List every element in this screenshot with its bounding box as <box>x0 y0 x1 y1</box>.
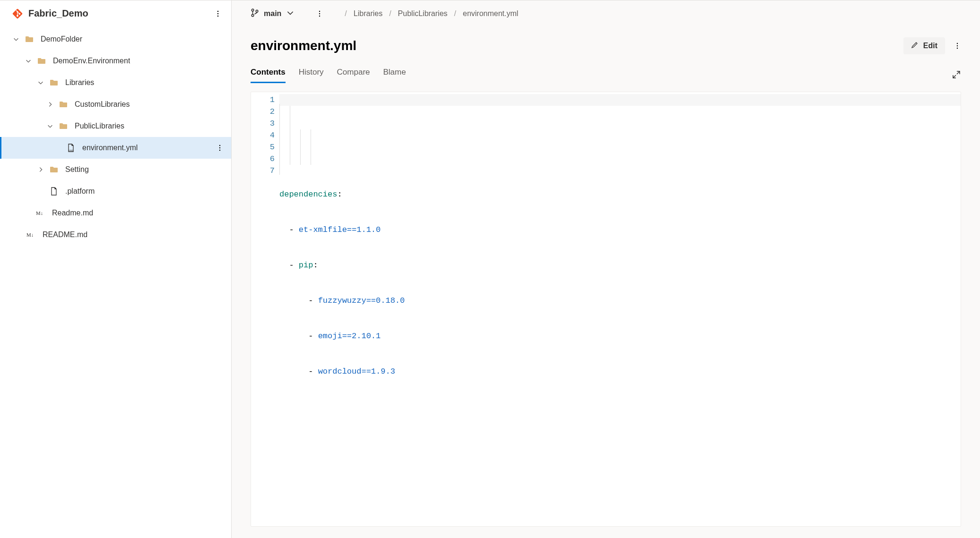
pencil-icon <box>911 41 919 51</box>
repo-name: Fabric_Demo <box>28 8 88 19</box>
code-token: - <box>308 296 318 305</box>
code-token: - <box>308 332 318 341</box>
code-token: fuzzywuzzy==0.18.0 <box>318 296 405 305</box>
svg-text:M↓: M↓ <box>36 210 43 216</box>
file-actions: Edit <box>903 37 961 54</box>
folder-icon <box>49 165 59 174</box>
tree-label: CustomLibraries <box>75 100 130 109</box>
tab-contents[interactable]: Contents <box>251 68 286 83</box>
tree-label: .platform <box>65 187 95 196</box>
tree-label: Setting <box>65 165 89 174</box>
svg-point-10 <box>252 14 254 17</box>
line-number: 6 <box>251 153 275 165</box>
tree-label: environment.yml <box>82 144 138 152</box>
tab-blame[interactable]: Blame <box>383 68 406 83</box>
tree-label: DemoFolder <box>41 35 82 43</box>
repo-title-container[interactable]: Fabric_Demo <box>12 8 88 19</box>
breadcrumb: / Libraries / PublicLibraries / environm… <box>345 9 518 18</box>
svg-point-16 <box>957 45 958 46</box>
breadcrumb-separator: / <box>345 9 347 18</box>
file-tabs: Contents History Compare Blame <box>251 68 961 83</box>
folder-icon <box>49 78 59 87</box>
chevron-down-icon <box>25 57 32 65</box>
tree-file-environment-yml[interactable]: YML environment.yml <box>0 137 231 159</box>
tab-history[interactable]: History <box>299 68 324 83</box>
tree-item-more-button[interactable] <box>214 144 225 152</box>
chevron-down-icon <box>46 122 54 130</box>
svg-point-5 <box>219 147 220 148</box>
tree-folder-libraries[interactable]: Libraries <box>0 72 231 94</box>
tree-folder-setting[interactable]: Setting <box>0 159 231 180</box>
svg-point-15 <box>957 43 958 44</box>
code-token: pip <box>299 261 313 270</box>
code-token: : <box>337 190 342 199</box>
branch-icon <box>251 9 259 19</box>
line-number: 1 <box>251 94 275 106</box>
markdown-icon: M↓ <box>26 230 36 239</box>
chevron-down-icon <box>12 35 20 43</box>
svg-point-12 <box>319 11 320 12</box>
svg-point-6 <box>219 150 220 151</box>
folder-icon <box>59 121 68 131</box>
repo-more-button[interactable] <box>214 10 222 17</box>
svg-point-1 <box>217 13 219 14</box>
topbar: main / Libraries / PublicLibraries / env… <box>251 0 961 27</box>
code-token: - <box>289 225 298 234</box>
svg-point-17 <box>957 48 958 49</box>
svg-point-11 <box>256 10 258 12</box>
code-token: - <box>308 367 318 376</box>
tree-file-readme-inner[interactable]: M↓ Readme.md <box>0 202 231 224</box>
tree-file-platform[interactable]: .platform <box>0 180 231 202</box>
line-number: 7 <box>251 165 275 177</box>
code-token: - <box>289 261 298 270</box>
main-panel: main / Libraries / PublicLibraries / env… <box>232 0 980 538</box>
line-number: 2 <box>251 106 275 118</box>
folder-icon <box>37 56 46 66</box>
code-token: emoji==2.10.1 <box>318 332 381 341</box>
fullscreen-button[interactable] <box>952 70 961 81</box>
file-explorer-sidebar: Fabric_Demo DemoFolder DemoEnv.Environme… <box>0 0 232 538</box>
breadcrumb-separator: / <box>389 9 391 18</box>
code-token: dependencies <box>279 190 337 199</box>
git-icon <box>12 9 23 19</box>
tree-file-readme-root[interactable]: M↓ README.md <box>0 224 231 246</box>
svg-point-13 <box>319 13 320 14</box>
tree-folder-demofolder[interactable]: DemoFolder <box>0 28 231 50</box>
branch-selector[interactable]: main <box>251 9 295 19</box>
code-editor: 1 2 3 4 5 6 7 dependencies: - et-xmlfile… <box>251 92 961 527</box>
breadcrumb-separator: / <box>454 9 456 18</box>
tree-label: DemoEnv.Environment <box>53 57 130 65</box>
tree-label: Libraries <box>65 78 94 87</box>
chevron-right-icon <box>46 101 54 108</box>
breadcrumb-libraries[interactable]: Libraries <box>354 9 382 18</box>
tree-folder-demoenv[interactable]: DemoEnv.Environment <box>0 50 231 72</box>
file-header: environment.yml Edit <box>251 37 961 54</box>
breadcrumb-publiclibraries[interactable]: PublicLibraries <box>398 9 448 18</box>
line-number: 3 <box>251 118 275 129</box>
chevron-down-icon <box>37 79 44 86</box>
svg-text:M↓: M↓ <box>26 232 34 238</box>
folder-icon <box>25 34 34 44</box>
edit-label: Edit <box>923 42 937 50</box>
repo-header: Fabric_Demo <box>0 3 231 28</box>
edit-button[interactable]: Edit <box>903 37 945 54</box>
chevron-down-icon <box>286 9 295 19</box>
tab-compare[interactable]: Compare <box>337 68 370 83</box>
breadcrumb-current: environment.yml <box>463 9 518 18</box>
line-number: 5 <box>251 141 275 153</box>
svg-point-2 <box>217 15 219 17</box>
code-content[interactable]: dependencies: - et-xmlfile==1.1.0 - pip:… <box>279 92 961 526</box>
tree-folder-customlibraries[interactable]: CustomLibraries <box>0 94 231 115</box>
code-token: wordcloud==1.9.3 <box>318 367 395 376</box>
tree-label: PublicLibraries <box>75 122 124 130</box>
line-number: 4 <box>251 129 275 141</box>
branch-name: main <box>264 9 281 18</box>
svg-point-0 <box>217 10 219 12</box>
branch-more-button[interactable] <box>316 10 323 17</box>
markdown-icon: M↓ <box>36 208 45 218</box>
tree-folder-publiclibraries[interactable]: PublicLibraries <box>0 115 231 137</box>
folder-icon <box>59 100 68 109</box>
file-title: environment.yml <box>251 38 356 53</box>
file-more-button[interactable] <box>954 42 961 50</box>
line-number-gutter: 1 2 3 4 5 6 7 <box>251 92 279 526</box>
